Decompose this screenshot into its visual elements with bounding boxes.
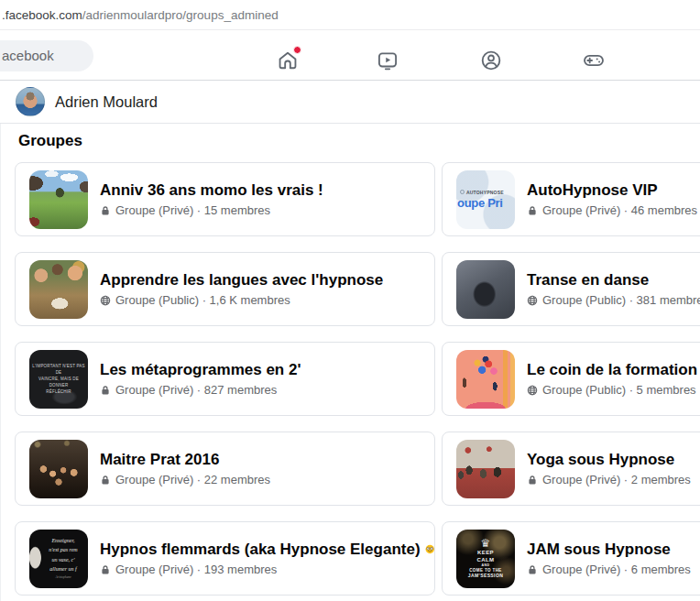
group-title: Transe en danse xyxy=(527,271,700,290)
search-text: acebook xyxy=(2,40,54,71)
group-title: Hypnos flemmards (aka Hypnose Elegante) xyxy=(100,541,434,559)
groups-grid: Anniv 36 ans momo les vrais ! Groupe (Pr… xyxy=(15,162,700,596)
group-card-autohypnose-vip[interactable]: AUTOHYPNOSE oupe Pri AutoHypnose VIP Gro… xyxy=(442,162,700,236)
url-path: /adrienmoulardpro/groups_admined xyxy=(82,8,279,22)
group-card-transe-en-danse[interactable]: Transe en danse Groupe (Public) · 381 me… xyxy=(442,252,700,326)
watch-icon xyxy=(376,49,399,72)
group-card-yoga-sous-hypnose[interactable]: Yoga sous Hypnose Groupe (Privé) · 2 mem… xyxy=(442,432,700,506)
groups-icon xyxy=(479,49,503,72)
thumb-text-line: KEEP xyxy=(477,550,494,557)
group-card-apprendre-les-langues[interactable]: Apprendre les langues avec l'hypnose Gro… xyxy=(15,252,435,326)
group-thumbnail xyxy=(29,260,88,319)
lock-icon xyxy=(100,564,111,575)
group-card-maitre-prat-2016[interactable]: Maitre Prat 2016 Groupe (Privé) · 22 mem… xyxy=(15,432,435,506)
group-title: Maitre Prat 2016 xyxy=(100,451,270,469)
nav-groups-tab[interactable] xyxy=(478,48,504,73)
avatar[interactable] xyxy=(16,87,45,116)
nav-watch-tab[interactable] xyxy=(375,48,400,73)
group-title: Yoga sous Hypnose xyxy=(527,451,691,469)
gaming-icon xyxy=(582,49,606,72)
facebook-top-nav: acebook xyxy=(0,31,700,81)
lock-icon xyxy=(100,475,111,486)
group-thumbnail xyxy=(456,440,515,498)
thumb-brand-text: AUTOHYPNOSE xyxy=(456,190,515,195)
globe-icon xyxy=(527,295,538,306)
lock-icon xyxy=(100,385,111,396)
group-meta: Groupe (Public) · 1,6 K membres xyxy=(100,293,383,307)
thumb-big-text: oupe Pri xyxy=(456,196,515,210)
nav-home-tab[interactable] xyxy=(275,48,301,73)
group-meta: Groupe (Privé) · 46 membres xyxy=(527,203,697,217)
group-thumbnail xyxy=(456,260,515,319)
group-thumbnail: AUTOHYPNOSE oupe Pri xyxy=(456,170,515,229)
group-card-coin-de-la-formation[interactable]: Le coin de la formation Groupe (Public) … xyxy=(442,342,700,416)
lock-icon xyxy=(527,475,538,486)
group-card-anniv-36[interactable]: Anniv 36 ans momo les vrais ! Groupe (Pr… xyxy=(15,162,435,236)
group-title: Anniv 36 ans momo les vrais ! xyxy=(100,181,323,200)
thumb-signature: Aristophane xyxy=(40,575,86,581)
search-input[interactable]: acebook xyxy=(0,40,93,71)
group-thumbnail: Enseigner, n'est pas rem un vase, c' all… xyxy=(29,530,88,588)
group-card-metaprogrammes[interactable]: L'IMPORTANT N'EST PAS DE VAINCRE, MAIS D… xyxy=(15,342,435,416)
lock-icon xyxy=(527,564,538,575)
group-meta: Groupe (Privé) · 193 membres xyxy=(100,563,434,576)
group-card-jam-sous-hypnose[interactable]: ♛ KEEP CALM AND COME TO THE JAM'SESSION … xyxy=(442,521,700,596)
globe-icon xyxy=(100,295,111,306)
home-notification-badge xyxy=(293,46,301,54)
crown-glyph: ♛ xyxy=(481,538,491,549)
lock-icon xyxy=(527,205,538,216)
thumb-quote-text: L'IMPORTANT N'EST PAS DE VAINCRE, MAIS D… xyxy=(29,363,88,396)
group-meta: Groupe (Privé) · 827 membres xyxy=(100,383,301,397)
lock-icon xyxy=(100,205,111,216)
thumb-text-line: CALM xyxy=(477,557,495,564)
group-card-hypnos-flemmards[interactable]: Enseigner, n'est pas rem un vase, c' all… xyxy=(15,521,435,596)
group-title: AutoHypnose VIP xyxy=(527,181,697,200)
browser-address-bar[interactable]: .facebook.com/adrienmoulardpro/groups_ad… xyxy=(0,0,700,30)
page-title: Groupes xyxy=(18,132,82,150)
group-meta: Groupe (Privé) · 6 membres xyxy=(527,563,691,576)
group-meta: Groupe (Public) · 381 membres xyxy=(527,293,700,307)
group-meta: Groupe (Privé) · 2 membres xyxy=(527,473,691,486)
group-thumbnail: ♛ KEEP CALM AND COME TO THE JAM'SESSION xyxy=(456,530,515,588)
group-meta: Groupe (Privé) · 22 membres xyxy=(100,473,270,486)
thumb-quote-text: Enseigner, n'est pas rem un vase, c' all… xyxy=(40,536,88,581)
group-title: Apprendre les langues avec l'hypnose xyxy=(100,271,383,290)
group-thumbnail xyxy=(29,170,88,229)
group-thumbnail: L'IMPORTANT N'EST PAS DE VAINCRE, MAIS D… xyxy=(29,350,88,409)
globe-icon xyxy=(527,385,538,396)
group-meta: Groupe (Privé) · 15 membres xyxy=(100,203,323,217)
url-domain: .facebook.com xyxy=(2,8,82,22)
profile-name: Adrien Moulard xyxy=(55,93,158,111)
group-meta: Groupe (Public) · 5 membres xyxy=(527,383,697,397)
group-thumbnail xyxy=(29,440,88,498)
group-title: Les métaprogrammes en 2' xyxy=(100,361,301,379)
thumb-text-line: JAM'SESSION xyxy=(468,573,503,578)
group-title: Le coin de la formation xyxy=(527,361,697,379)
nerd-face-emoji xyxy=(425,541,434,557)
group-thumbnail xyxy=(456,350,515,409)
nav-gaming-tab[interactable] xyxy=(581,48,607,73)
group-title: JAM sous Hypnose xyxy=(527,541,691,559)
groups-section: Groupes Anniv 36 ans momo les vrais ! Gr… xyxy=(0,124,700,601)
profile-row[interactable]: Adrien Moulard xyxy=(0,81,700,124)
